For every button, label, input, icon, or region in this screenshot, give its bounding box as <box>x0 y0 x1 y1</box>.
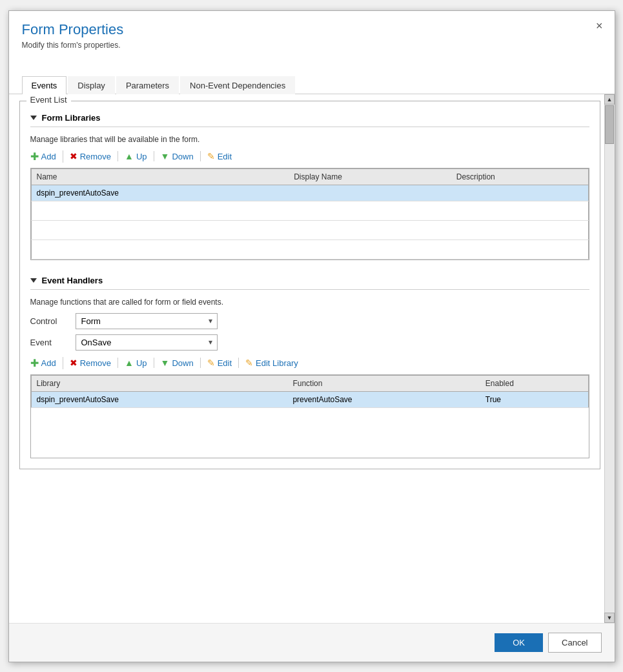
add-icon-2: ✚ <box>30 357 39 369</box>
form-libraries-title: Form Libraries <box>42 113 101 123</box>
libraries-table-wrapper: Name Display Name Description dspin_prev… <box>30 168 589 260</box>
scroll-thumb[interactable] <box>605 105 614 144</box>
up-library-button[interactable]: ▲ Up <box>118 151 154 161</box>
col-function: Function <box>287 375 480 391</box>
tab-display[interactable]: Display <box>68 76 115 94</box>
down-library-button[interactable]: ▼ Down <box>154 151 201 161</box>
dialog-body: Event List Form Libraries Manage librari… <box>9 94 615 623</box>
up-label: Up <box>136 152 147 161</box>
handlers-table-head: Library Function Enabled <box>31 375 588 391</box>
cancel-button[interactable]: Cancel <box>548 633 601 653</box>
up-handler-button[interactable]: ▲ Up <box>118 358 154 368</box>
content-scroll-area[interactable]: Event List Form Libraries Manage librari… <box>9 94 604 623</box>
add-handler-label: Add <box>41 358 56 368</box>
dialog-subtitle: Modify this form's properties. <box>22 41 602 50</box>
down-icon: ▼ <box>161 151 170 161</box>
collapse-icon-2[interactable] <box>30 278 37 283</box>
col-enabled: Enabled <box>480 375 588 391</box>
col-description: Description <box>451 168 588 185</box>
up-handler-label: Up <box>136 358 147 368</box>
form-libraries-toolbar: ✚ Add ✖ Remove ▲ Up ▼ Do <box>30 150 589 163</box>
add-icon: ✚ <box>30 150 39 163</box>
handler-function-cell: preventAutoSave <box>287 391 480 407</box>
event-handlers-divider <box>30 289 589 290</box>
scroll-down-arrow[interactable]: ▼ <box>604 613 615 623</box>
table-row-empty-1 <box>31 201 588 220</box>
scroll-up-arrow[interactable]: ▲ <box>604 94 615 105</box>
dialog-footer: OK Cancel <box>9 623 615 662</box>
dialog-header: Form Properties Modify this form's prope… <box>9 11 615 56</box>
table-row[interactable]: dspin_preventAutoSave <box>31 185 588 201</box>
remove-library-button[interactable]: ✖ Remove <box>63 151 118 161</box>
event-handlers-section: Event Handlers Manage functions that are… <box>30 276 589 458</box>
up-icon-2: ▲ <box>125 358 134 368</box>
dialog-title: Form Properties <box>22 21 602 38</box>
library-name-cell: dspin_preventAutoSave <box>31 185 289 201</box>
event-handlers-description: Manage functions that are called for for… <box>30 298 589 307</box>
library-description-cell <box>451 185 588 201</box>
form-libraries-title-row: Form Libraries <box>30 113 589 123</box>
event-select-wrapper: OnSave <box>76 334 218 351</box>
edit-handler-button[interactable]: ✎ Edit <box>201 358 239 368</box>
down-label: Down <box>172 152 193 161</box>
down-handler-button[interactable]: ▼ Down <box>154 358 201 368</box>
table-row[interactable]: dspin_preventAutoSave preventAutoSave Tr… <box>31 391 588 407</box>
tab-non-event-dependencies[interactable]: Non-Event Dependencies <box>180 76 295 94</box>
control-row: Control Form <box>30 313 589 329</box>
add-handler-button[interactable]: ✚ Add <box>30 357 63 369</box>
close-button[interactable]: × <box>596 20 603 32</box>
event-handlers-title-row: Event Handlers <box>30 276 589 285</box>
event-list-section: Event List Form Libraries Manage librari… <box>19 101 600 469</box>
remove-handler-label: Remove <box>80 358 111 368</box>
collapse-icon[interactable] <box>30 116 37 120</box>
down-icon-2: ▼ <box>161 358 170 368</box>
event-list-legend: Event List <box>26 95 71 105</box>
form-libraries-divider <box>30 127 589 127</box>
handlers-table-wrapper: Library Function Enabled dspin_preventAu… <box>30 374 589 458</box>
up-icon: ▲ <box>125 151 134 161</box>
edit-library-handler-button[interactable]: ✎ Edit Library <box>239 358 305 368</box>
control-select[interactable]: Form <box>76 313 218 329</box>
ok-button[interactable]: OK <box>495 633 543 652</box>
libraries-table-head: Name Display Name Description <box>31 168 588 185</box>
remove-handler-button[interactable]: ✖ Remove <box>63 358 118 368</box>
event-handlers-toolbar: ✚ Add ✖ Remove ▲ Up ▼ Do <box>30 357 589 369</box>
col-name: Name <box>31 168 289 185</box>
col-display-name: Display Name <box>289 168 451 185</box>
edit-library-label: Edit Library <box>256 358 298 368</box>
libraries-table: Name Display Name Description dspin_prev… <box>31 168 589 260</box>
form-libraries-description: Manage libraries that will be available … <box>30 135 589 144</box>
control-label: Control <box>30 316 69 326</box>
table-row-empty-3 <box>31 239 588 259</box>
form-properties-dialog: Form Properties Modify this form's prope… <box>8 10 615 662</box>
event-select[interactable]: OnSave <box>76 334 218 351</box>
tab-events[interactable]: Events <box>22 76 67 94</box>
remove-icon-2: ✖ <box>70 358 77 368</box>
add-label: Add <box>41 152 56 161</box>
remove-icon: ✖ <box>70 151 77 161</box>
library-display-name-cell <box>289 185 451 201</box>
form-libraries-section: Form Libraries Manage libraries that wil… <box>30 113 589 260</box>
remove-label: Remove <box>80 152 111 161</box>
event-row: Event OnSave <box>30 334 589 351</box>
handlers-header-row: Library Function Enabled <box>31 375 588 391</box>
edit-icon-2: ✎ <box>207 358 215 368</box>
handler-library-cell: dspin_preventAutoSave <box>31 391 287 407</box>
libraries-table-body: dspin_preventAutoSave <box>31 185 588 259</box>
table-row-empty-2 <box>31 220 588 239</box>
libraries-table-header-row: Name Display Name Description <box>31 168 588 185</box>
handlers-table-body: dspin_preventAutoSave preventAutoSave Tr… <box>31 391 588 407</box>
add-library-button[interactable]: ✚ Add <box>30 150 63 163</box>
scrollbar: ▲ ▼ <box>604 94 615 623</box>
tabs-bar: Events Display Parameters Non-Event Depe… <box>9 76 615 94</box>
event-label: Event <box>30 338 69 347</box>
edit-handler-label: Edit <box>218 358 232 368</box>
event-handlers-title: Event Handlers <box>42 276 103 285</box>
handler-enabled-cell: True <box>480 391 588 407</box>
down-handler-label: Down <box>172 358 193 368</box>
handlers-table: Library Function Enabled dspin_preventAu… <box>31 375 589 408</box>
edit-icon: ✎ <box>207 151 215 161</box>
tab-parameters[interactable]: Parameters <box>116 76 179 94</box>
edit-library-icon: ✎ <box>245 358 253 368</box>
edit-library-button[interactable]: ✎ Edit <box>201 151 238 161</box>
